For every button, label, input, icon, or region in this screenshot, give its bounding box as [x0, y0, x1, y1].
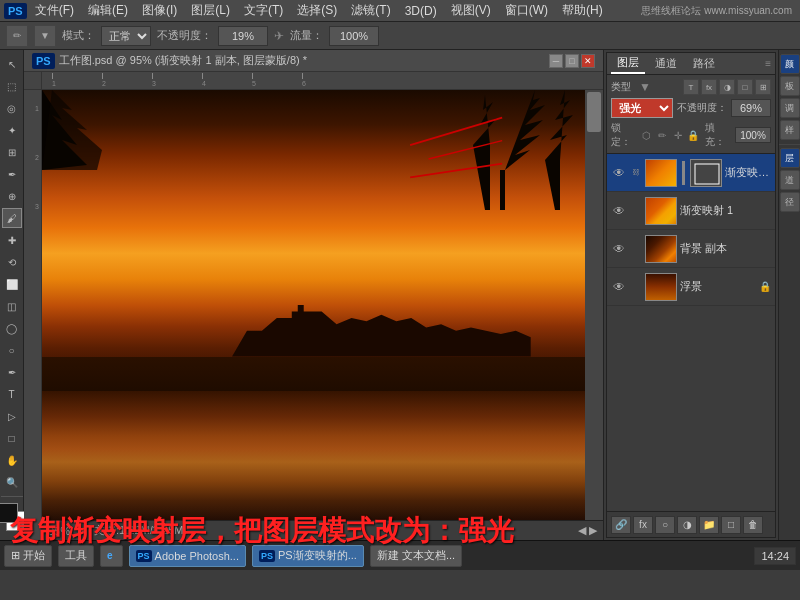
layer-eye-1[interactable]: 👁: [611, 203, 627, 219]
layer-smart-filter[interactable]: □: [737, 79, 753, 95]
taskbar-browser[interactable]: e: [100, 545, 123, 567]
pen-tool[interactable]: ✒: [2, 362, 22, 382]
gradient-tool[interactable]: ◫: [2, 296, 22, 316]
brush-options-btn[interactable]: ▼: [34, 25, 56, 47]
layer-eye-3[interactable]: 👁: [611, 279, 627, 295]
tab-paths[interactable]: 路径: [687, 54, 721, 73]
history-tool[interactable]: ⟲: [2, 252, 22, 272]
menu-file[interactable]: 文件(F): [29, 0, 80, 21]
menu-edit[interactable]: 编辑(E): [82, 0, 134, 21]
menu-image[interactable]: 图像(I): [136, 0, 183, 21]
layer-fx-filter[interactable]: fx: [701, 79, 717, 95]
add-mask-btn[interactable]: ○: [655, 516, 675, 534]
add-adj-btn[interactable]: ◑: [677, 516, 697, 534]
mini-color-btn[interactable]: 颜: [780, 54, 800, 74]
layer-controls: 类型 ▼ T fx ◑ □ ⊞ 强光 不透明度：: [607, 75, 775, 154]
add-fx-btn[interactable]: fx: [633, 516, 653, 534]
lasso-tool[interactable]: ◎: [2, 98, 22, 118]
lock-all[interactable]: 🔒: [687, 128, 699, 142]
layer-item[interactable]: 👁 渐变映射 1: [607, 192, 775, 230]
blur-tool[interactable]: ◯: [2, 318, 22, 338]
layer-list: 👁 ⛓ 渐变映射 1 副本... 👁 渐变映射 1: [607, 154, 775, 511]
eyedropper-tool[interactable]: ✒: [2, 164, 22, 184]
layer-type-filter[interactable]: T: [683, 79, 699, 95]
panel-header: 图层 通道 路径 ≡: [607, 53, 775, 75]
scrollbar-thumb[interactable]: [587, 92, 601, 132]
taskbar-ps-doc[interactable]: PS PS渐变映射的...: [252, 545, 364, 567]
lock-move[interactable]: ✛: [672, 128, 684, 142]
delete-layer-btn[interactable]: 🗑: [743, 516, 763, 534]
crop-tool[interactable]: ⊞: [2, 142, 22, 162]
menu-text[interactable]: 文字(T): [238, 0, 289, 21]
layer-link-1[interactable]: [630, 203, 642, 219]
opacity-label: 不透明度：: [157, 28, 212, 43]
mini-layers-btn[interactable]: 层: [780, 148, 800, 168]
clone-tool[interactable]: ✚: [2, 230, 22, 250]
layer-adj-filter[interactable]: ◑: [719, 79, 735, 95]
panel-menu-btn[interactable]: ≡: [765, 58, 771, 69]
menu-window[interactable]: 窗口(W): [499, 0, 554, 21]
maximize-btn[interactable]: □: [565, 54, 579, 68]
taskbar-tools[interactable]: 工具: [58, 545, 94, 567]
new-group-btn[interactable]: 📁: [699, 516, 719, 534]
blend-mode-select-panel[interactable]: 强光: [611, 98, 673, 118]
taskbar-photoshop[interactable]: PS Adobe Photosh...: [129, 545, 246, 567]
canvas-area: PS 工作图.psd @ 95% (渐变映射 1 副本, 图层蒙版/8) * ─…: [24, 50, 603, 540]
flow-input[interactable]: [329, 26, 379, 46]
add-link-btn[interactable]: 🔗: [611, 516, 631, 534]
mini-paths-btn[interactable]: 径: [780, 192, 800, 212]
menu-3d[interactable]: 3D(D): [399, 2, 443, 20]
menu-view[interactable]: 视图(V): [445, 0, 497, 21]
blend-mode-select[interactable]: 正常: [101, 26, 151, 46]
layer-item[interactable]: 👁 背景 副本: [607, 230, 775, 268]
dodge-tool[interactable]: ○: [2, 340, 22, 360]
mini-channels-btn[interactable]: 道: [780, 170, 800, 190]
layer-link-0[interactable]: ⛓: [630, 165, 642, 181]
taskbar-notepad[interactable]: 新建 文本文档...: [370, 545, 462, 567]
text-tool[interactable]: T: [2, 384, 22, 404]
fill-input[interactable]: [735, 127, 771, 143]
start-button[interactable]: ⊞ 开始: [4, 545, 52, 567]
close-btn[interactable]: ✕: [581, 54, 595, 68]
layer-color-filter[interactable]: ⊞: [755, 79, 771, 95]
taskbar-tools-label: 工具: [65, 548, 87, 563]
menu-help[interactable]: 帮助(H): [556, 0, 609, 21]
navigate-btn[interactable]: ◀ ▶: [578, 524, 597, 537]
minimize-btn[interactable]: ─: [549, 54, 563, 68]
color-swatch[interactable]: [0, 503, 26, 531]
layer-eye-0[interactable]: 👁: [611, 165, 627, 181]
tab-layers[interactable]: 图层: [611, 53, 645, 74]
layer-link-3[interactable]: [630, 279, 642, 295]
path-tool[interactable]: ▷: [2, 406, 22, 426]
zoom-tool[interactable]: 🔍: [2, 472, 22, 492]
mini-style-btn[interactable]: 样: [780, 120, 800, 140]
healing-tool[interactable]: ⊕: [2, 186, 22, 206]
eraser-tool[interactable]: ⬜: [2, 274, 22, 294]
opacity-panel-input[interactable]: [731, 99, 771, 117]
mini-swatches-btn[interactable]: 板: [780, 76, 800, 96]
right-panel: 图层 通道 路径 ≡ 类型 ▼ T fx ◑ □ ⊞: [603, 50, 778, 540]
hand-tool[interactable]: ✋: [2, 450, 22, 470]
menu-layer[interactable]: 图层(L): [185, 0, 236, 21]
menu-filter[interactable]: 滤镜(T): [345, 0, 396, 21]
layer-link-2[interactable]: [630, 241, 642, 257]
mini-adjust-btn[interactable]: 调: [780, 98, 800, 118]
tab-channels[interactable]: 通道: [649, 54, 683, 73]
scrollbar-vertical[interactable]: [585, 90, 603, 520]
opacity-airbrush[interactable]: ✈: [274, 29, 284, 43]
layer-item[interactable]: 👁 ⛓ 渐变映射 1 副本...: [607, 154, 775, 192]
select-tool[interactable]: ⬚: [2, 76, 22, 96]
menu-select[interactable]: 选择(S): [291, 0, 343, 21]
magic-wand-tool[interactable]: ✦: [2, 120, 22, 140]
new-layer-btn[interactable]: □: [721, 516, 741, 534]
opacity-input[interactable]: [218, 26, 268, 46]
brush-tool[interactable]: 🖌: [2, 208, 22, 228]
move-tool[interactable]: ↖: [2, 54, 22, 74]
doc-status-bar: 95% ▶ 文档:1.22M/3.25M ◀ ▶: [42, 520, 603, 540]
tool-icon[interactable]: ✏: [6, 25, 28, 47]
layer-eye-2[interactable]: 👁: [611, 241, 627, 257]
shape-tool[interactable]: □: [2, 428, 22, 448]
layer-item[interactable]: 👁 浮景 🔒: [607, 268, 775, 306]
lock-paint[interactable]: ✏: [656, 128, 668, 142]
lock-transparent[interactable]: ⬡: [641, 128, 653, 142]
